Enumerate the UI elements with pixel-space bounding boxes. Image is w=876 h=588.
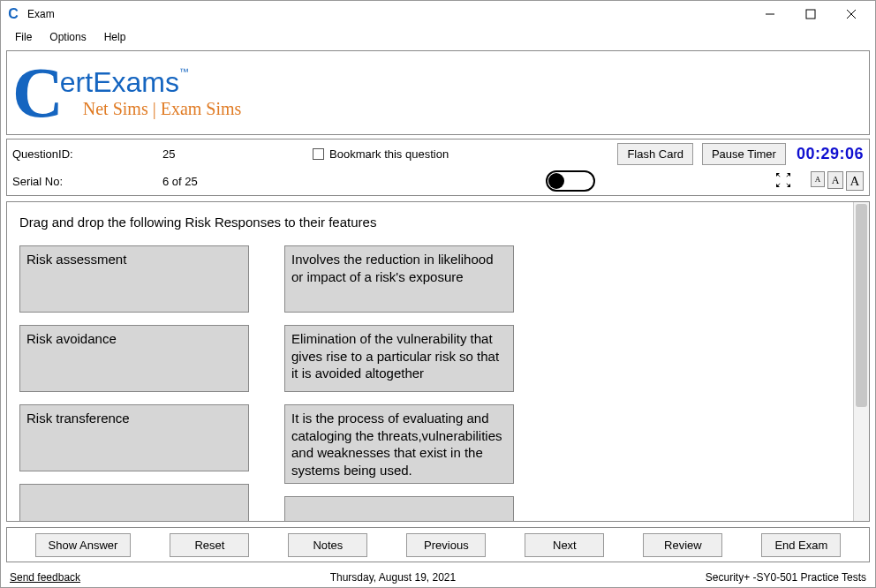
font-size-medium[interactable]: A — [827, 171, 843, 189]
app-window: C Exam File Options Help C ertExams™ Net… — [0, 0, 876, 588]
question-content: Drag and drop the following Risk Respons… — [7, 202, 853, 521]
minimize-button[interactable] — [750, 1, 790, 27]
drop-target[interactable]: It is the process of evaluating and cata… — [284, 404, 514, 484]
scrollbar[interactable] — [853, 202, 869, 521]
nav-bar: Show Answer Reset Notes Previous Next Re… — [6, 527, 870, 562]
close-button[interactable] — [831, 1, 872, 27]
logo-panel: C ertExams™ Net Sims | Exam Sims — [6, 50, 870, 135]
fullscreen-button[interactable] — [775, 172, 791, 191]
scrollbar-thumb[interactable] — [856, 204, 867, 407]
reset-button[interactable]: Reset — [170, 533, 249, 557]
serial-label: Serial No: — [12, 175, 162, 188]
font-size-small[interactable]: A — [811, 171, 825, 187]
app-icon: C — [4, 5, 22, 23]
minimize-icon — [765, 9, 775, 19]
drop-target[interactable]: Involves the reduction in likelihood or … — [284, 245, 514, 313]
drop-target[interactable]: Elimination of the vulnerability that gi… — [284, 325, 514, 392]
logo-main: ertExams™ — [60, 66, 242, 99]
review-button[interactable]: Review — [643, 533, 722, 557]
timer-display: 00:29:06 — [797, 145, 864, 163]
menu-file[interactable]: File — [8, 29, 39, 45]
maximize-button[interactable] — [790, 1, 831, 27]
status-bar: Send feedback Thursday, August 19, 2021 … — [1, 568, 875, 587]
status-course: Security+ -SY0-501 Practice Tests — [706, 571, 866, 584]
end-exam-button[interactable]: End Exam — [761, 533, 841, 557]
flash-card-button[interactable]: Flash Card — [617, 143, 693, 165]
font-size-controls: A A A — [811, 171, 864, 191]
question-id-value: 25 — [162, 147, 313, 161]
menu-help[interactable]: Help — [97, 29, 133, 45]
menu-options[interactable]: Options — [42, 29, 93, 45]
toggle-knob — [548, 173, 564, 189]
fullscreen-icon — [775, 172, 791, 188]
serial-value: 6 of 25 — [162, 175, 313, 188]
drag-drop-area: Risk assessment Risk avoidance Risk tran… — [19, 245, 844, 521]
drag-item[interactable]: Risk avoidance — [19, 325, 249, 392]
question-id-label: QuestionID: — [12, 147, 162, 161]
next-button[interactable]: Next — [525, 533, 604, 557]
drop-target[interactable] — [284, 496, 514, 521]
question-prompt: Drag and drop the following Risk Respons… — [19, 215, 844, 230]
title-bar: C Exam — [1, 1, 875, 27]
font-size-large[interactable]: A — [846, 171, 864, 191]
checkbox-icon — [313, 148, 324, 160]
show-answer-button[interactable]: Show Answer — [35, 533, 132, 557]
logo-main-text: ertExams — [60, 66, 179, 98]
logo-letter: C — [12, 68, 64, 117]
logo-text: ertExams™ Net Sims | Exam Sims — [60, 66, 242, 119]
close-icon — [846, 9, 857, 19]
previous-button[interactable]: Previous — [406, 533, 486, 557]
status-date: Thursday, August 19, 2021 — [80, 571, 706, 584]
menu-bar: File Options Help — [1, 27, 875, 47]
toggle-switch[interactable] — [546, 170, 595, 192]
bookmark-checkbox[interactable]: Bookmark this question — [313, 147, 595, 161]
maximize-icon — [805, 9, 816, 19]
logo-sub: Net Sims | Exam Sims — [60, 99, 242, 119]
drag-item[interactable]: Risk transference — [19, 404, 249, 471]
bookmark-label: Bookmark this question — [329, 147, 449, 161]
logo-tm: ™ — [179, 66, 189, 77]
info-bar: QuestionID: 25 Bookmark this question Fl… — [6, 139, 870, 196]
send-feedback-link[interactable]: Send feedback — [10, 571, 80, 584]
drag-item[interactable]: Risk assessment — [19, 245, 249, 313]
drag-source-column: Risk assessment Risk avoidance Risk tran… — [19, 245, 249, 521]
notes-button[interactable]: Notes — [288, 533, 367, 557]
svg-rect-1 — [806, 10, 815, 19]
drag-item[interactable] — [19, 484, 249, 521]
question-panel: Drag and drop the following Risk Respons… — [6, 201, 870, 522]
drop-target-column: Involves the reduction in likelihood or … — [284, 245, 514, 521]
window-title: Exam — [27, 8, 55, 20]
pause-timer-button[interactable]: Pause Timer — [702, 143, 786, 165]
